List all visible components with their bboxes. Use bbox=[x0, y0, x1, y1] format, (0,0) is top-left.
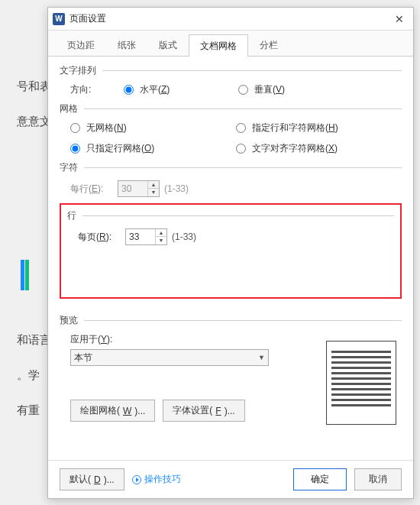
spin-up-icon[interactable]: ▲ bbox=[156, 229, 166, 237]
grid-options: 无网格(N) 只指定行网格(O) 指定行和字符网格(H) 文字对齐字符网格(X) bbox=[60, 121, 402, 155]
tab-document-grid[interactable]: 文档网格 bbox=[189, 34, 248, 57]
apply-to-value: 本节 bbox=[74, 351, 92, 364]
chars-per-line-input bbox=[118, 181, 147, 196]
direction-row: 方向: 水平(Z) 垂直(V) bbox=[60, 83, 402, 96]
chars-per-line-row: 每行(E): ▲▼ (1-33) bbox=[60, 180, 402, 197]
spin-down-icon: ▼ bbox=[148, 189, 159, 196]
radio-char-align-input[interactable] bbox=[236, 144, 246, 154]
tab-bar: 页边距 纸张 版式 文档网格 分栏 bbox=[48, 31, 413, 57]
radio-row-only-input[interactable] bbox=[70, 144, 80, 154]
radio-horizontal-input[interactable] bbox=[124, 85, 134, 95]
tab-margins[interactable]: 页边距 bbox=[56, 34, 106, 56]
tab-columns[interactable]: 分栏 bbox=[248, 34, 289, 56]
spin-up-icon: ▲ bbox=[148, 181, 159, 189]
group-label: 预览 bbox=[60, 314, 81, 327]
radio-char-align[interactable]: 文字对齐字符网格(X) bbox=[236, 142, 402, 155]
tab-layout[interactable]: 版式 bbox=[147, 34, 189, 56]
radio-row-char[interactable]: 指定行和字符网格(H) bbox=[236, 121, 402, 134]
ok-button[interactable]: 确定 bbox=[293, 468, 347, 490]
lines-per-page-label: 每页(R): bbox=[78, 231, 121, 244]
apply-to-select[interactable]: 本节 ▼ bbox=[70, 349, 269, 366]
radio-row-char-input[interactable] bbox=[236, 123, 246, 133]
group-chars: 字符 bbox=[60, 161, 402, 174]
spin-down-icon[interactable]: ▼ bbox=[156, 237, 166, 244]
word-icon: W bbox=[53, 13, 65, 25]
radio-vertical[interactable]: 垂直(V) bbox=[238, 83, 285, 96]
radio-row-only[interactable]: 只指定行网格(O) bbox=[70, 142, 236, 155]
radio-no-grid-input[interactable] bbox=[70, 123, 80, 133]
bg-decoration bbox=[21, 260, 30, 293]
group-label: 文字排列 bbox=[60, 64, 99, 77]
lines-per-page-range: (1-33) bbox=[172, 231, 196, 242]
group-grid: 网格 bbox=[60, 102, 402, 115]
dialog-footer: 默认(D)... 操作技巧 确定 取消 bbox=[48, 460, 413, 498]
group-preview: 预览 bbox=[60, 314, 402, 327]
dialog-body: 文字排列 方向: 水平(Z) 垂直(V) 网格 无网格(N) bbox=[48, 57, 413, 460]
radio-horizontal[interactable]: 水平(Z) bbox=[124, 83, 238, 96]
chevron-down-icon: ▼ bbox=[258, 354, 265, 361]
group-label: 网格 bbox=[60, 102, 81, 115]
bg-text: 有重 bbox=[0, 396, 46, 425]
font-settings-button[interactable]: 字体设置(F)... bbox=[163, 400, 244, 422]
bg-text: 和语言 bbox=[0, 325, 46, 354]
group-lines: 行 bbox=[67, 209, 394, 222]
defaults-button[interactable]: 默认(D)... bbox=[60, 468, 124, 490]
radio-row-only-label: 只指定行网格(O) bbox=[86, 142, 154, 155]
highlight-lines-section: 行 每页(R): ▲▼ (1-33) bbox=[60, 203, 402, 299]
close-button[interactable]: ✕ bbox=[390, 13, 409, 25]
radio-no-grid[interactable]: 无网格(N) bbox=[70, 121, 236, 134]
bg-text: 意意文 bbox=[0, 107, 46, 136]
cancel-button[interactable]: 取消 bbox=[354, 468, 402, 490]
group-label: 字符 bbox=[60, 161, 81, 174]
chars-per-line-range: (1-33) bbox=[164, 183, 189, 194]
radio-vertical-input[interactable] bbox=[238, 85, 248, 95]
lines-per-page-spinner[interactable]: ▲▼ bbox=[125, 228, 167, 245]
dialog-title: 页面设置 bbox=[69, 12, 390, 25]
radio-horizontal-label: 水平(Z) bbox=[140, 83, 170, 96]
radio-no-grid-label: 无网格(N) bbox=[86, 121, 127, 134]
tips-label: 操作技巧 bbox=[144, 473, 181, 486]
play-icon bbox=[132, 475, 141, 484]
page-setup-dialog: W 页面设置 ✕ 页边距 纸张 版式 文档网格 分栏 文字排列 方向: 水平(Z… bbox=[47, 7, 414, 499]
direction-label: 方向: bbox=[70, 83, 124, 96]
radio-char-align-label: 文字对齐字符网格(X) bbox=[252, 142, 338, 155]
group-text-arrange: 文字排列 bbox=[60, 64, 402, 77]
page-preview bbox=[326, 341, 396, 425]
lines-per-page-row: 每页(R): ▲▼ (1-33) bbox=[67, 228, 394, 245]
chars-per-line-label: 每行(E): bbox=[70, 183, 113, 196]
spinner-buttons[interactable]: ▲▼ bbox=[155, 229, 166, 244]
titlebar: W 页面设置 ✕ bbox=[48, 8, 413, 31]
chars-per-line-spinner: ▲▼ bbox=[118, 180, 160, 197]
tips-link[interactable]: 操作技巧 bbox=[132, 473, 181, 486]
lines-per-page-input[interactable] bbox=[126, 229, 155, 244]
bg-text: 号和表 bbox=[0, 72, 46, 101]
bg-text: 。学 bbox=[0, 361, 46, 390]
radio-vertical-label: 垂直(V) bbox=[254, 83, 285, 96]
spinner-buttons: ▲▼ bbox=[147, 181, 159, 196]
group-label: 行 bbox=[67, 209, 79, 222]
tab-paper[interactable]: 纸张 bbox=[106, 34, 147, 56]
radio-row-char-label: 指定行和字符网格(H) bbox=[252, 121, 338, 134]
draw-grid-button[interactable]: 绘图网格(W)... bbox=[70, 400, 155, 422]
